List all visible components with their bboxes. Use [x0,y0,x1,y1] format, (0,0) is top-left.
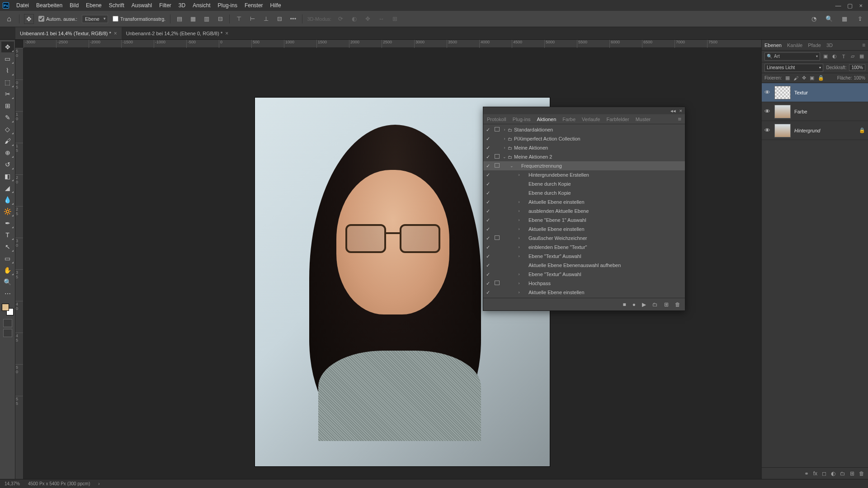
action-enable-checkbox[interactable]: ✓ [483,272,492,277]
fill-input[interactable]: 100% [854,75,865,80]
new-action-icon[interactable]: ⊞ [664,301,669,308]
action-row[interactable]: ✓›Ebene "Textur" Auswahl [483,252,685,261]
layer-name[interactable]: Hintergrund [794,128,820,133]
blend-mode-select[interactable]: Lineares Licht ▾ [764,64,823,72]
action-row[interactable]: ✓›Gaußscher Weichzeichner [483,234,685,243]
action-row[interactable]: ✓›Hintergrundebene Erstellen [483,170,685,179]
menu-filter[interactable]: Filter [156,2,175,9]
action-dialog-toggle[interactable] [492,281,501,286]
home-button[interactable]: ⌂ [4,14,14,24]
distribute-h-icon[interactable]: ⊟ [216,14,225,23]
action-row[interactable]: ✓›Aktuelle Ebene einstellen [483,197,685,206]
menu-edit[interactable]: Bearbeiten [33,2,66,9]
lock-position-icon[interactable]: ✥ [802,75,806,81]
action-enable-checkbox[interactable]: ✓ [483,253,492,259]
action-name[interactable]: Hochpass [528,281,685,286]
action-dialog-toggle[interactable] [492,127,501,132]
action-dialog-toggle[interactable] [492,154,501,160]
menu-file[interactable]: Datei [13,2,33,9]
action-name[interactable]: Meine Aktionen [513,145,685,150]
tab-history[interactable]: Protokoll [487,117,506,122]
filter-pixel-icon[interactable]: ▣ [822,53,829,60]
expand-icon[interactable]: › [516,200,522,204]
zoom-level[interactable]: 14,37% [5,481,20,486]
link-layers-icon[interactable]: ⚭ [804,470,809,477]
align-center-h-icon[interactable]: ▦ [189,14,198,23]
panel-menu-icon[interactable]: ≡ [678,116,681,122]
layer-thumbnail[interactable] [774,86,791,99]
expand-icon[interactable]: › [516,236,522,240]
edit-toolbar[interactable]: ⋯ [1,288,14,299]
expand-icon[interactable]: › [516,209,522,213]
play-action-icon[interactable]: ▶ [642,301,646,308]
action-row[interactable]: ✓›Aktuelle Ebene einstellen [483,288,685,297]
layer-name[interactable]: Textur [794,90,808,95]
action-row[interactable]: ✓⌄Frequenztrennung [483,161,685,170]
transform-controls-input[interactable] [113,16,118,22]
layer-filter-select[interactable]: 🔍 Art ▾ [764,52,820,61]
doc-tab-1[interactable]: Unbenannt-1 bei 14,4% (Textur, RGB/8) * … [15,27,122,39]
tab-actions[interactable]: Aktionen [537,117,557,122]
menu-3d[interactable]: 3D [175,2,189,9]
lock-pixels-icon[interactable]: 🖌 [793,75,798,81]
auto-select-checkbox[interactable]: Autom. ausw.: [38,16,77,22]
layer-row[interactable]: 👁Farbe [762,102,868,121]
blur-tool[interactable]: 💧 [1,194,14,205]
action-name[interactable]: Gaußscher Weichzeichner [528,235,685,241]
layer-row[interactable]: 👁Textur [762,83,868,102]
align-bottom-icon[interactable]: ⊥ [261,14,270,23]
action-row[interactable]: ✓Aktuelle Ebene Ebenenauswahl aufheben [483,261,685,270]
menu-plugins[interactable]: Plug-ins [214,2,241,9]
action-enable-checkbox[interactable]: ✓ [483,190,492,196]
action-enable-checkbox[interactable]: ✓ [483,163,492,169]
lock-artboard-icon[interactable]: ▣ [810,75,814,81]
action-name[interactable]: Standardaktionen [513,127,685,132]
delete-action-icon[interactable]: 🗑 [675,301,680,308]
quick-mask-button[interactable] [3,319,12,327]
action-row[interactable]: ✓›ausblenden Aktuelle Ebene [483,206,685,216]
expand-icon[interactable]: › [501,136,508,141]
align-right-icon[interactable]: ▥ [202,14,211,23]
action-enable-checkbox[interactable]: ✓ [483,290,492,296]
action-row[interactable]: ✓›einblenden Ebene "Textur" [483,243,685,252]
stamp-tool[interactable]: ⊕ [1,147,14,158]
action-enable-checkbox[interactable]: ✓ [483,199,492,205]
eyedropper-tool[interactable]: ✎ [1,112,14,123]
visibility-icon[interactable]: 👁 [764,108,771,115]
panel-menu-icon[interactable]: ≡ [862,42,865,48]
action-row[interactable]: ✓Ebene durch Kopie [483,188,685,197]
move-tool[interactable]: ✥ [1,42,14,52]
search-icon[interactable]: 🔍 [825,14,834,23]
menu-image[interactable]: Bild [66,2,82,9]
tab-channels[interactable]: Kanäle [787,42,802,48]
window-close-icon[interactable]: × [859,2,863,9]
action-row[interactable]: ✓›Ebene "Textur" Auswahl [483,270,685,279]
filter-shape-icon[interactable]: ▱ [849,53,856,60]
eraser-tool[interactable]: ◧ [1,171,14,182]
share-icon[interactable]: ⇪ [855,14,864,23]
action-name[interactable]: Ebene "Ebene 1" Auswahl [528,217,685,223]
action-row[interactable]: ✓›Ebene "Ebene 1" Auswahl [483,216,685,225]
layer-mask-icon[interactable]: ◻ [822,470,826,477]
new-layer-icon[interactable]: ⊞ [850,470,854,477]
action-enable-checkbox[interactable]: ✓ [483,181,492,187]
cloud-docs-icon[interactable]: ◔ [809,14,818,23]
delete-layer-icon[interactable]: 🗑 [859,470,864,477]
action-enable-checkbox[interactable]: ✓ [483,172,492,178]
menu-layer[interactable]: Ebene [82,2,105,9]
menu-help[interactable]: Hilfe [267,2,285,9]
stop-action-icon[interactable]: ■ [623,301,626,308]
menu-window[interactable]: Fenster [241,2,267,9]
workspace-icon[interactable]: ▦ [840,14,849,23]
action-name[interactable]: Ebene durch Kopie [528,181,685,187]
history-brush-tool[interactable]: ↺ [1,159,14,170]
action-enable-checkbox[interactable]: ✓ [483,145,492,151]
layer-name[interactable]: Farbe [794,109,807,114]
adjustment-layer-icon[interactable]: ◐ [831,470,835,477]
action-row[interactable]: ✓›🗀Meine Aktionen [483,143,685,152]
action-enable-checkbox[interactable]: ✓ [483,263,492,268]
tab-paths[interactable]: Pfade [808,42,821,48]
menu-type[interactable]: Schrift [105,2,128,9]
doc-tab-2[interactable]: Unbenannt-2 bei 14,2% (Ebene 0, RGB/8) *… [122,27,233,39]
align-top-icon[interactable]: ⊤ [234,14,243,23]
